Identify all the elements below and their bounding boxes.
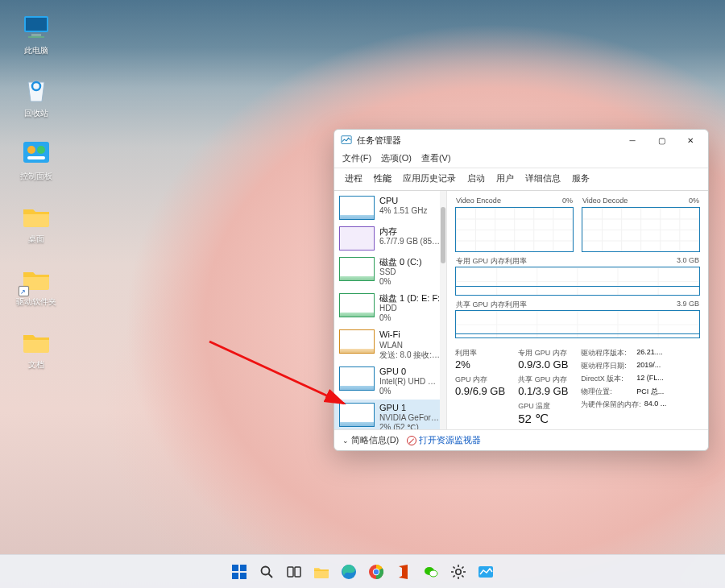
svg-rect-10 [232, 565, 238, 571]
cpu-sparkline [339, 196, 375, 220]
taskbar-app[interactable] [474, 561, 497, 583]
maximize-button[interactable]: ▢ [647, 130, 676, 150]
kv-label: DirectX 版本: [581, 374, 633, 384]
desktop-icon-recycle-bin[interactable]: 回收站 [8, 74, 64, 118]
kv-label: 驱动程序日期: [581, 361, 633, 371]
svg-rect-13 [240, 573, 246, 579]
scrollbar-thumb[interactable] [441, 207, 445, 263]
menu-options[interactable]: 选项(O) [381, 152, 412, 164]
sidebar-title: 磁盘 1 (D: E: F: [379, 293, 440, 304]
sidebar-sub: SSD [379, 267, 422, 277]
sidebar-item-disk1[interactable]: 磁盘 1 (D: E: F:HDD0% [334, 290, 446, 326]
svg-rect-16 [288, 567, 293, 577]
svg-rect-11 [240, 565, 246, 571]
desktop-icon-folder-desktop[interactable]: 桌面 [8, 200, 64, 243]
tab-app-history[interactable]: 应用历史记录 [397, 168, 462, 190]
stat-value: 0.1/3.9 GB [518, 385, 568, 397]
taskmgr-footer: ⌄简略信息(D) 打开资源监视器 [334, 429, 708, 450]
window-title: 任务管理器 [357, 135, 618, 147]
stat-label: 共享 GPU 内存 [518, 375, 568, 385]
chart-label: Video Decode [582, 197, 628, 205]
taskmgr-icon [341, 135, 352, 146]
stat-label: 专用 GPU 内存 [518, 348, 568, 358]
stat-label: 利用率 [455, 348, 505, 358]
desktop-icon-label: 回收站 [24, 109, 48, 118]
svg-rect-17 [295, 567, 300, 577]
start-button[interactable] [228, 561, 251, 583]
taskbar-chrome[interactable] [365, 561, 387, 583]
desktop-icon-label: 文档 [28, 360, 44, 369]
chart-label: 专用 GPU 内存利用率 [456, 256, 527, 267]
task-view-button[interactable] [283, 561, 305, 583]
sidebar-sub: NVIDIA GeForce... [379, 413, 441, 423]
chart-label: 共享 GPU 内存利用率 [456, 300, 527, 310]
folder-icon [20, 200, 52, 232]
sidebar-sub: 0% [379, 313, 440, 323]
svg-point-25 [456, 569, 461, 574]
gpu-sparkline [339, 366, 375, 391]
memory-sparkline [339, 226, 375, 251]
sidebar-item-gpu0[interactable]: GPU 0Intel(R) UHD Gra...0% [334, 363, 446, 400]
taskbar-edge[interactable] [338, 561, 360, 583]
kv-label: 为硬件保留的内存: [581, 400, 641, 410]
menu-view[interactable]: 查看(V) [421, 152, 451, 164]
tab-performance[interactable]: 性能 [368, 168, 397, 190]
this-pc-icon [20, 11, 52, 43]
sidebar-item-disk0[interactable]: 磁盘 0 (C:)SSD0% [334, 254, 446, 290]
kv-value: PCI 总... [636, 387, 664, 397]
disk-sparkline [339, 293, 375, 317]
desktop-icon-label: 驱动软件夹 [16, 297, 56, 306]
fewer-details-link[interactable]: ⌄简略信息(D) [342, 434, 399, 446]
task-manager-window: 任务管理器 ─ ▢ ✕ 文件(F) 选项(O) 查看(V) 进程 性能 应用历史… [334, 129, 709, 451]
sidebar-sub: HDD [379, 304, 440, 313]
chart-pct: 0% [562, 197, 573, 205]
desktop-icon-this-pc[interactable]: 此电脑 [8, 11, 64, 55]
tab-details[interactable]: 详细信息 [520, 168, 566, 190]
svg-rect-7 [27, 156, 45, 159]
tab-processes[interactable]: 进程 [339, 168, 368, 190]
tab-startup[interactable]: 启动 [462, 168, 491, 190]
svg-line-31 [462, 575, 463, 577]
chart-shared-gpu-mem: 共享 GPU 内存利用率3.9 GB [455, 310, 700, 339]
menu-file[interactable]: 文件(F) [342, 152, 371, 164]
tab-services[interactable]: 服务 [566, 168, 595, 190]
chart-video-decode: Video Decode0% [582, 207, 700, 252]
chart-max: 3.9 GB [677, 300, 699, 310]
sidebar-scrollbar[interactable] [440, 191, 446, 429]
sidebar-title: 内存 [379, 226, 441, 237]
sidebar-sub: 发送: 8.0 接收: 0 K [379, 350, 441, 360]
taskbar [0, 554, 725, 588]
sidebar-title: GPU 0 [379, 366, 441, 377]
desktop-icons: 此电脑 回收站 控制面板 桌面 驱动软件夹 文档 [8, 11, 64, 369]
tab-users[interactable]: 用户 [491, 168, 520, 190]
chart-video-encode: Video Encode0% [455, 207, 574, 252]
desktop-icon-folder-docs[interactable]: 文档 [8, 325, 64, 369]
svg-line-30 [454, 566, 455, 568]
perf-sidebar: CPU4% 1.51 GHz 内存6.7/7.9 GB (85%) 磁盘 0 (… [334, 191, 447, 429]
titlebar[interactable]: 任务管理器 ─ ▢ ✕ [334, 130, 708, 151]
svg-point-22 [374, 569, 379, 574]
desktop-icon-control-panel[interactable]: 控制面板 [8, 137, 64, 180]
search-button[interactable] [255, 561, 278, 583]
folder-icon [20, 325, 52, 358]
taskbar-office[interactable] [392, 561, 415, 583]
taskbar-wechat[interactable] [420, 561, 442, 583]
open-resource-monitor-link[interactable]: 打开资源监视器 [407, 434, 481, 446]
sidebar-item-wifi[interactable]: Wi-FiWLAN发送: 8.0 接收: 0 K [334, 326, 446, 362]
sidebar-sub: 6.7/7.9 GB (85%) [379, 237, 441, 246]
sidebar-title: 磁盘 0 (C:) [379, 257, 422, 267]
minimize-button[interactable]: ─ [618, 130, 647, 150]
taskbar-settings[interactable] [447, 561, 470, 583]
sidebar-item-memory[interactable]: 内存6.7/7.9 GB (85%) [334, 223, 446, 254]
sidebar-title: Wi-Fi [379, 329, 441, 340]
desktop-icon-folder-drivers[interactable]: 驱动软件夹 [8, 263, 64, 306]
svg-rect-12 [232, 573, 238, 579]
close-button[interactable]: ✕ [676, 130, 705, 150]
svg-point-14 [262, 566, 270, 574]
stat-value: 0.9/3.0 GB [518, 358, 568, 371]
sidebar-item-gpu1[interactable]: GPU 1NVIDIA GeForce...2% (52 ℃) [334, 400, 446, 429]
kv-label: 物理位置: [581, 387, 633, 397]
taskbar-file-explorer[interactable] [310, 561, 333, 583]
sidebar-item-cpu[interactable]: CPU4% 1.51 GHz [334, 193, 446, 223]
chart-dedicated-gpu-mem: 专用 GPU 内存利用率3.0 GB [455, 267, 700, 296]
